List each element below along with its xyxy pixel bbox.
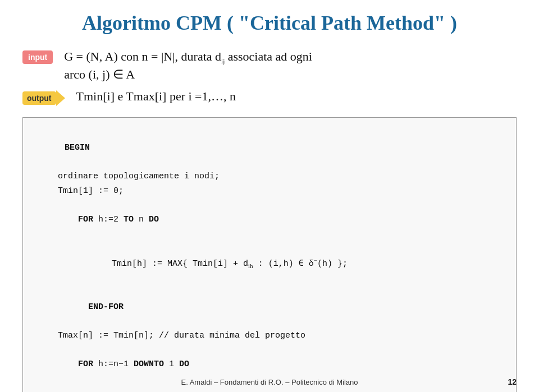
output-badge-container: output [22,90,65,106]
code-line1: ordinare topologicamente i nodi; [34,169,505,184]
code-line6: Tmax[n] := Tmin[n]; // durata minima del… [34,329,505,343]
input-text: G = (N, A) con n = |N|, durata dij assoc… [64,48,312,84]
page-container: Algoritmo CPM ( "Critical Path Method" )… [0,0,539,392]
code-line5: END-FOR [34,285,505,329]
code-line4: Tmin[h] := MAX{ Tmin[i] + dih : (i,h) ∈ … [34,241,505,286]
output-badge: output [22,91,56,105]
code-begin: BEGIN [34,127,505,170]
output-text: Tmin[i] e Tmax[i] per i =1,…, n [76,88,236,105]
output-arrow [56,90,65,106]
input-badge: input [22,50,53,64]
footer-page: 12 [508,377,517,386]
code-line3: FOR h:=2 TO n DO [34,198,505,241]
page-title: Algoritmo CPM ( "Critical Path Method" ) [22,11,517,35]
code-line2: Tmin[1] := 0; [34,184,505,199]
footer-text: E. Amaldi – Fondamenti di R.O. – Politec… [0,378,539,386]
output-row: output Tmin[i] e Tmax[i] per i =1,…, n [22,88,517,106]
code-block: BEGIN ordinare topologicamente i nodi; T… [22,117,517,392]
input-row: input G = (N, A) con n = |N|, durata dij… [22,48,517,84]
io-section: input G = (N, A) con n = |N|, durata dij… [22,48,517,106]
code-line8: Tmax[h] := MIN{ Tmax[j] − dhj : (h,j) ∈ … [34,386,505,392]
